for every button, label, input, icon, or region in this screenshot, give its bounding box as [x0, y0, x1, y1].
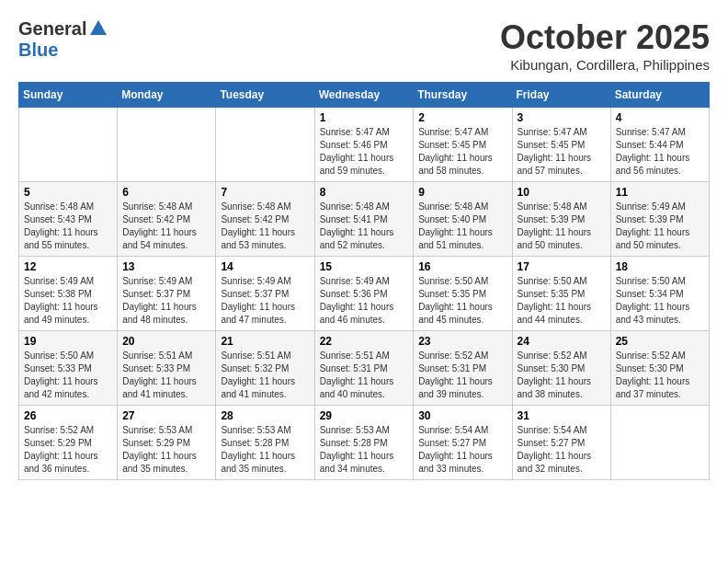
- calendar-cell: [216, 108, 314, 182]
- day-number: 12: [24, 260, 112, 273]
- day-number: 27: [122, 409, 210, 422]
- calendar-week-row: 1Sunrise: 5:47 AMSunset: 5:46 PMDaylight…: [19, 108, 710, 182]
- calendar-cell: 6Sunrise: 5:48 AMSunset: 5:42 PMDaylight…: [118, 182, 216, 257]
- day-info: Sunrise: 5:49 AMSunset: 5:37 PMDaylight:…: [221, 275, 309, 327]
- day-info: Sunrise: 5:49 AMSunset: 5:36 PMDaylight:…: [320, 275, 409, 327]
- calendar-cell: 20Sunrise: 5:51 AMSunset: 5:33 PMDayligh…: [118, 331, 216, 406]
- day-info: Sunrise: 5:48 AMSunset: 5:39 PMDaylight:…: [518, 201, 606, 252]
- day-number: 30: [418, 409, 506, 422]
- calendar-cell: 8Sunrise: 5:48 AMSunset: 5:41 PMDaylight…: [314, 182, 414, 257]
- day-info: Sunrise: 5:51 AMSunset: 5:32 PMDaylight:…: [221, 350, 309, 401]
- calendar-cell: 2Sunrise: 5:47 AMSunset: 5:45 PMDaylight…: [414, 108, 512, 182]
- calendar-cell: 24Sunrise: 5:52 AMSunset: 5:30 PMDayligh…: [512, 331, 610, 406]
- day-of-week-header: Monday: [118, 83, 216, 108]
- day-of-week-header: Tuesday: [216, 83, 314, 108]
- calendar-week-row: 26Sunrise: 5:52 AMSunset: 5:29 PMDayligh…: [19, 406, 710, 480]
- header-row: SundayMondayTuesdayWednesdayThursdayFrid…: [19, 83, 710, 108]
- day-info: Sunrise: 5:53 AMSunset: 5:28 PMDaylight:…: [320, 424, 409, 476]
- calendar-cell: 15Sunrise: 5:49 AMSunset: 5:36 PMDayligh…: [314, 257, 414, 331]
- day-info: Sunrise: 5:52 AMSunset: 5:30 PMDaylight:…: [518, 350, 606, 401]
- day-info: Sunrise: 5:52 AMSunset: 5:31 PMDaylight:…: [418, 350, 506, 401]
- day-number: 15: [320, 260, 409, 273]
- calendar-cell: 31Sunrise: 5:54 AMSunset: 5:27 PMDayligh…: [512, 406, 610, 480]
- calendar-cell: 1Sunrise: 5:47 AMSunset: 5:46 PMDaylight…: [314, 108, 414, 182]
- day-info: Sunrise: 5:51 AMSunset: 5:33 PMDaylight:…: [122, 350, 210, 401]
- logo-general-text: General: [18, 18, 86, 40]
- day-number: 23: [418, 335, 506, 348]
- calendar-cell: 17Sunrise: 5:50 AMSunset: 5:35 PMDayligh…: [512, 257, 610, 331]
- calendar-cell: [610, 406, 709, 480]
- calendar-cell: 11Sunrise: 5:49 AMSunset: 5:39 PMDayligh…: [610, 182, 709, 257]
- calendar-cell: 4Sunrise: 5:47 AMSunset: 5:44 PMDaylight…: [610, 108, 709, 182]
- day-number: 24: [518, 335, 606, 348]
- day-number: 13: [122, 260, 210, 273]
- day-number: 1: [320, 111, 409, 124]
- day-of-week-header: Saturday: [610, 83, 709, 108]
- calendar-cell: 13Sunrise: 5:49 AMSunset: 5:37 PMDayligh…: [118, 257, 216, 331]
- calendar-cell: 12Sunrise: 5:49 AMSunset: 5:38 PMDayligh…: [19, 257, 118, 331]
- calendar-week-row: 5Sunrise: 5:48 AMSunset: 5:43 PMDaylight…: [19, 182, 710, 257]
- day-number: 7: [221, 186, 309, 199]
- day-info: Sunrise: 5:47 AMSunset: 5:45 PMDaylight:…: [518, 126, 606, 178]
- calendar-cell: 28Sunrise: 5:53 AMSunset: 5:28 PMDayligh…: [216, 406, 314, 480]
- calendar: SundayMondayTuesdayWednesdayThursdayFrid…: [18, 82, 710, 480]
- day-number: 6: [122, 186, 210, 199]
- calendar-cell: [19, 108, 118, 182]
- day-number: 14: [221, 260, 309, 273]
- calendar-header: SundayMondayTuesdayWednesdayThursdayFrid…: [19, 83, 710, 108]
- day-number: 26: [24, 409, 112, 422]
- day-number: 29: [320, 409, 409, 422]
- day-number: 28: [221, 409, 309, 422]
- month-title: October 2025: [500, 18, 710, 57]
- calendar-cell: 14Sunrise: 5:49 AMSunset: 5:37 PMDayligh…: [216, 257, 314, 331]
- location: Kibungan, Cordillera, Philippines: [500, 57, 710, 73]
- day-number: 16: [418, 260, 506, 273]
- day-info: Sunrise: 5:53 AMSunset: 5:29 PMDaylight:…: [122, 424, 210, 476]
- day-info: Sunrise: 5:54 AMSunset: 5:27 PMDaylight:…: [518, 424, 606, 476]
- calendar-cell: 26Sunrise: 5:52 AMSunset: 5:29 PMDayligh…: [19, 406, 118, 480]
- day-number: 19: [24, 335, 112, 348]
- header: General Blue October 2025 Kibungan, Cord…: [18, 18, 710, 73]
- day-of-week-header: Friday: [512, 83, 610, 108]
- day-info: Sunrise: 5:52 AMSunset: 5:29 PMDaylight:…: [24, 424, 112, 476]
- calendar-cell: 22Sunrise: 5:51 AMSunset: 5:31 PMDayligh…: [314, 331, 414, 406]
- day-info: Sunrise: 5:47 AMSunset: 5:45 PMDaylight:…: [418, 126, 506, 178]
- svg-marker-0: [90, 20, 107, 35]
- day-info: Sunrise: 5:48 AMSunset: 5:41 PMDaylight:…: [320, 201, 409, 252]
- logo-triangle-icon: [90, 20, 107, 39]
- day-number: 5: [24, 186, 112, 199]
- calendar-cell: 3Sunrise: 5:47 AMSunset: 5:45 PMDaylight…: [512, 108, 610, 182]
- day-info: Sunrise: 5:48 AMSunset: 5:42 PMDaylight:…: [221, 201, 309, 252]
- day-of-week-header: Wednesday: [314, 83, 414, 108]
- day-info: Sunrise: 5:48 AMSunset: 5:40 PMDaylight:…: [418, 201, 506, 252]
- day-info: Sunrise: 5:53 AMSunset: 5:28 PMDaylight:…: [221, 424, 309, 476]
- calendar-cell: 7Sunrise: 5:48 AMSunset: 5:42 PMDaylight…: [216, 182, 314, 257]
- day-number: 31: [518, 409, 606, 422]
- calendar-cell: 21Sunrise: 5:51 AMSunset: 5:32 PMDayligh…: [216, 331, 314, 406]
- calendar-cell: 10Sunrise: 5:48 AMSunset: 5:39 PMDayligh…: [512, 182, 610, 257]
- calendar-cell: [118, 108, 216, 182]
- day-info: Sunrise: 5:50 AMSunset: 5:35 PMDaylight:…: [418, 275, 506, 327]
- day-number: 18: [616, 260, 704, 273]
- day-number: 17: [518, 260, 606, 273]
- day-number: 9: [418, 186, 506, 199]
- logo-blue-text: Blue: [18, 40, 58, 60]
- calendar-cell: 18Sunrise: 5:50 AMSunset: 5:34 PMDayligh…: [610, 257, 709, 331]
- day-info: Sunrise: 5:47 AMSunset: 5:44 PMDaylight:…: [616, 126, 704, 178]
- day-number: 3: [518, 111, 606, 124]
- day-info: Sunrise: 5:48 AMSunset: 5:43 PMDaylight:…: [24, 201, 112, 252]
- calendar-week-row: 19Sunrise: 5:50 AMSunset: 5:33 PMDayligh…: [19, 331, 710, 406]
- day-number: 8: [320, 186, 409, 199]
- logo: General Blue: [18, 18, 107, 61]
- day-info: Sunrise: 5:50 AMSunset: 5:33 PMDaylight:…: [24, 350, 112, 401]
- day-info: Sunrise: 5:49 AMSunset: 5:38 PMDaylight:…: [24, 275, 112, 327]
- day-number: 2: [418, 111, 506, 124]
- day-number: 25: [616, 335, 704, 348]
- calendar-cell: 30Sunrise: 5:54 AMSunset: 5:27 PMDayligh…: [414, 406, 512, 480]
- day-info: Sunrise: 5:48 AMSunset: 5:42 PMDaylight:…: [122, 201, 210, 252]
- day-of-week-header: Sunday: [19, 83, 118, 108]
- calendar-cell: 27Sunrise: 5:53 AMSunset: 5:29 PMDayligh…: [118, 406, 216, 480]
- day-info: Sunrise: 5:49 AMSunset: 5:37 PMDaylight:…: [122, 275, 210, 327]
- day-info: Sunrise: 5:52 AMSunset: 5:30 PMDaylight:…: [616, 350, 704, 401]
- calendar-body: 1Sunrise: 5:47 AMSunset: 5:46 PMDaylight…: [19, 108, 710, 480]
